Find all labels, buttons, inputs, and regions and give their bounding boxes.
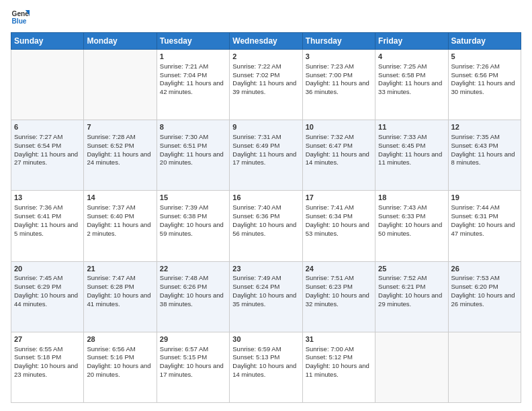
sunset-text: Sunset: 6:51 PM xyxy=(160,142,226,150)
day-number: 17 xyxy=(306,193,372,203)
day-number: 3 xyxy=(306,52,372,62)
sunset-text: Sunset: 6:23 PM xyxy=(306,283,372,291)
calendar-header-row: SundayMondayTuesdayWednesdayThursdayFrid… xyxy=(11,33,521,50)
sunset-text: Sunset: 7:04 PM xyxy=(160,71,226,80)
day-number: 30 xyxy=(232,334,299,345)
header: General Blue xyxy=(11,8,521,27)
sunrise-text: Sunrise: 7:32 AM xyxy=(306,133,372,142)
sunset-text: Sunset: 6:38 PM xyxy=(160,212,226,221)
daylight-text: Daylight: 11 hours and 33 minutes. xyxy=(378,79,445,97)
calendar-cell: 24Sunrise: 7:51 AMSunset: 6:23 PMDayligh… xyxy=(302,261,375,332)
daylight-text: Daylight: 11 hours and 24 minutes. xyxy=(87,150,153,168)
daylight-text: Daylight: 11 hours and 42 minutes. xyxy=(160,79,226,97)
calendar-cell: 21Sunrise: 7:47 AMSunset: 6:28 PMDayligh… xyxy=(84,261,157,332)
day-number: 20 xyxy=(14,264,81,274)
calendar-cell: 6Sunrise: 7:27 AMSunset: 6:54 PMDaylight… xyxy=(11,120,84,191)
sunset-text: Sunset: 7:00 PM xyxy=(306,71,372,80)
calendar-week-row: 13Sunrise: 7:36 AMSunset: 6:41 PMDayligh… xyxy=(11,191,521,261)
daylight-text: Daylight: 10 hours and 29 minutes. xyxy=(378,291,445,309)
sunrise-text: Sunrise: 7:49 AM xyxy=(232,274,299,283)
sunset-text: Sunset: 6:28 PM xyxy=(87,283,153,291)
sunrise-text: Sunrise: 7:43 AM xyxy=(378,203,445,212)
sunrise-text: Sunrise: 7:33 AM xyxy=(378,133,445,142)
sunset-text: Sunset: 6:56 PM xyxy=(451,71,518,80)
logo: General Blue xyxy=(11,8,19,27)
sunrise-text: Sunrise: 7:27 AM xyxy=(14,133,81,142)
calendar-cell: 17Sunrise: 7:41 AMSunset: 6:34 PMDayligh… xyxy=(302,191,375,261)
calendar-header-tuesday: Tuesday xyxy=(157,33,229,50)
sunset-text: Sunset: 6:43 PM xyxy=(451,142,518,150)
sunrise-text: Sunrise: 7:40 AM xyxy=(232,203,299,212)
day-number: 9 xyxy=(232,122,299,132)
sunrise-text: Sunrise: 7:44 AM xyxy=(451,203,518,212)
daylight-text: Daylight: 10 hours and 23 minutes. xyxy=(14,362,81,379)
sunrise-text: Sunrise: 7:41 AM xyxy=(306,203,372,212)
daylight-text: Daylight: 10 hours and 26 minutes. xyxy=(451,291,518,309)
daylight-text: Daylight: 10 hours and 11 minutes. xyxy=(306,362,372,379)
daylight-text: Daylight: 11 hours and 36 minutes. xyxy=(306,79,372,97)
day-number: 26 xyxy=(451,264,518,274)
sunrise-text: Sunrise: 6:57 AM xyxy=(160,345,226,354)
calendar-cell: 25Sunrise: 7:52 AMSunset: 6:21 PMDayligh… xyxy=(375,261,448,332)
sunrise-text: Sunrise: 7:45 AM xyxy=(14,274,81,283)
sunset-text: Sunset: 6:52 PM xyxy=(87,142,153,150)
calendar-header-saturday: Saturday xyxy=(448,33,521,50)
day-number: 8 xyxy=(160,122,226,132)
sunset-text: Sunset: 6:58 PM xyxy=(378,71,445,80)
calendar-week-row: 1Sunrise: 7:21 AMSunset: 7:04 PMDaylight… xyxy=(11,50,521,120)
day-number: 6 xyxy=(14,122,81,132)
sunrise-text: Sunrise: 7:37 AM xyxy=(87,203,153,212)
daylight-text: Daylight: 11 hours and 5 minutes. xyxy=(14,221,81,238)
calendar-header-thursday: Thursday xyxy=(302,33,375,50)
sunset-text: Sunset: 6:29 PM xyxy=(14,283,81,291)
sunset-text: Sunset: 6:26 PM xyxy=(160,283,226,291)
day-number: 16 xyxy=(232,193,299,203)
sunrise-text: Sunrise: 7:26 AM xyxy=(451,62,518,71)
day-number: 7 xyxy=(87,122,153,132)
daylight-text: Daylight: 10 hours and 50 minutes. xyxy=(378,221,445,238)
sunset-text: Sunset: 5:15 PM xyxy=(160,353,226,362)
day-number: 22 xyxy=(160,264,226,274)
calendar-week-row: 27Sunrise: 6:55 AMSunset: 5:18 PMDayligh… xyxy=(11,332,521,402)
sunrise-text: Sunrise: 7:21 AM xyxy=(160,62,226,71)
daylight-text: Daylight: 11 hours and 2 minutes. xyxy=(87,221,153,238)
sunrise-text: Sunrise: 7:22 AM xyxy=(232,62,299,71)
calendar-cell: 26Sunrise: 7:53 AMSunset: 6:20 PMDayligh… xyxy=(448,261,521,332)
calendar-cell: 20Sunrise: 7:45 AMSunset: 6:29 PMDayligh… xyxy=(11,261,84,332)
daylight-text: Daylight: 10 hours and 47 minutes. xyxy=(451,221,518,238)
calendar-cell: 15Sunrise: 7:39 AMSunset: 6:38 PMDayligh… xyxy=(157,191,229,261)
day-number: 29 xyxy=(160,334,226,345)
calendar-header-wednesday: Wednesday xyxy=(230,33,302,50)
daylight-text: Daylight: 11 hours and 8 minutes. xyxy=(451,150,518,168)
calendar-cell: 19Sunrise: 7:44 AMSunset: 6:31 PMDayligh… xyxy=(448,191,521,261)
calendar-cell: 28Sunrise: 6:56 AMSunset: 5:16 PMDayligh… xyxy=(84,332,157,402)
day-number: 11 xyxy=(378,122,445,132)
calendar-cell: 10Sunrise: 7:32 AMSunset: 6:47 PMDayligh… xyxy=(302,120,375,191)
daylight-text: Daylight: 10 hours and 20 minutes. xyxy=(87,362,153,379)
calendar-table: SundayMondayTuesdayWednesdayThursdayFrid… xyxy=(11,32,521,403)
calendar-cell: 18Sunrise: 7:43 AMSunset: 6:33 PMDayligh… xyxy=(375,191,448,261)
daylight-text: Daylight: 11 hours and 30 minutes. xyxy=(451,79,518,97)
day-number: 28 xyxy=(87,334,153,345)
daylight-text: Daylight: 11 hours and 39 minutes. xyxy=(232,79,299,97)
day-number: 24 xyxy=(306,264,372,274)
daylight-text: Daylight: 10 hours and 14 minutes. xyxy=(232,362,299,379)
calendar-week-row: 6Sunrise: 7:27 AMSunset: 6:54 PMDaylight… xyxy=(11,120,521,191)
calendar-cell: 9Sunrise: 7:31 AMSunset: 6:49 PMDaylight… xyxy=(230,120,302,191)
day-number: 27 xyxy=(14,334,81,345)
day-number: 23 xyxy=(232,264,299,274)
day-number: 2 xyxy=(232,52,299,62)
daylight-text: Daylight: 10 hours and 32 minutes. xyxy=(306,291,372,309)
calendar-cell: 16Sunrise: 7:40 AMSunset: 6:36 PMDayligh… xyxy=(230,191,302,261)
daylight-text: Daylight: 11 hours and 11 minutes. xyxy=(378,150,445,168)
daylight-text: Daylight: 10 hours and 41 minutes. xyxy=(87,291,153,309)
sunset-text: Sunset: 5:12 PM xyxy=(306,353,372,362)
sunrise-text: Sunrise: 7:23 AM xyxy=(306,62,372,71)
calendar-cell: 22Sunrise: 7:48 AMSunset: 6:26 PMDayligh… xyxy=(157,261,229,332)
calendar-header-sunday: Sunday xyxy=(11,33,84,50)
day-number: 4 xyxy=(378,52,445,62)
calendar-cell xyxy=(375,332,448,402)
calendar-cell: 3Sunrise: 7:23 AMSunset: 7:00 PMDaylight… xyxy=(302,50,375,120)
calendar-cell xyxy=(448,332,521,402)
sunrise-text: Sunrise: 7:00 AM xyxy=(306,345,372,354)
